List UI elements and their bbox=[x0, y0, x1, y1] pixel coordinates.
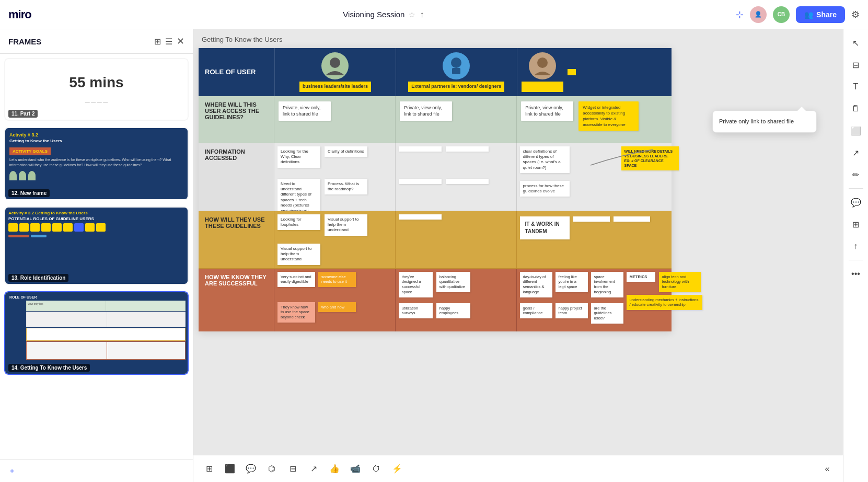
topbar: miro Visioning Session ☆ ↑ ⊹ 👤 CB 👥 Shar… bbox=[0, 0, 868, 29]
frame-item-12[interactable]: Activity # 3.2 Getting to Know the Users… bbox=[4, 127, 189, 200]
upload-icon[interactable]: ↑ bbox=[420, 10, 424, 19]
right-toolbar: ↖ ⊟ T 🗒 ⬜ ↗ ✏ 💬 ⊞ ↑ ••• bbox=[843, 29, 868, 482]
frame-item-14[interactable]: ROLE OF USER view only link bbox=[4, 291, 189, 375]
topbar-left: miro bbox=[8, 8, 31, 21]
canvas-area: Getting To Know the Users ROLE OF USER b… bbox=[193, 29, 843, 482]
timer-tool-button[interactable]: ⏱ bbox=[367, 460, 386, 478]
row-use: HOW WILL THEY USE THESE GUIDELINES Looki… bbox=[199, 211, 672, 269]
sticky-tool-button[interactable]: ⬛ bbox=[221, 460, 239, 478]
frames-list: 55 mins — — — — 11. Part 2 Activity # 3.… bbox=[0, 54, 193, 460]
board-title-text: Visioning Session bbox=[343, 10, 404, 19]
canvas-breadcrumb: Getting To Know the Users bbox=[202, 36, 282, 43]
cursor-tool[interactable]: ↖ bbox=[847, 33, 865, 52]
frame-11-label: 11. Part 2 bbox=[8, 110, 38, 118]
grid-frame-tool[interactable]: ⊞ bbox=[847, 215, 865, 234]
role-header: ROLE OF USER bbox=[199, 48, 274, 96]
lightning-tool-button[interactable]: ⚡ bbox=[388, 460, 407, 478]
cell-success-3: day-to-day of different semantics & lang… bbox=[517, 269, 672, 331]
col-header-1: business leaders/site leaders bbox=[274, 48, 396, 96]
row-success: HOW WE KNOW THEY ARE SUCCESSFUL Very suc… bbox=[199, 269, 672, 331]
frame-tool-button[interactable]: ⊞ bbox=[200, 460, 218, 478]
col-header-2: External partners ie: vendors/ designers bbox=[396, 48, 517, 96]
cell-info-1: Looking for the Why, Clear definitions C… bbox=[274, 143, 396, 211]
shape-tool[interactable]: ⬜ bbox=[847, 121, 865, 140]
cell-access-1: Private, view-only, link to shared file bbox=[274, 96, 396, 143]
like-tool-button[interactable]: 👍 bbox=[325, 460, 344, 478]
row-info-label: INFORMATION ACCESSED bbox=[199, 143, 274, 211]
svg-point-0 bbox=[330, 58, 340, 68]
collapse-toolbar-button[interactable]: « bbox=[818, 460, 837, 478]
export-tool-button[interactable]: ↗ bbox=[304, 460, 323, 478]
frames-close-button[interactable]: ✕ bbox=[177, 36, 184, 47]
frame-tool[interactable]: ⊟ bbox=[847, 55, 865, 74]
share-icon: 👥 bbox=[804, 10, 813, 19]
frames-list-view[interactable]: ☰ bbox=[165, 37, 172, 47]
row-access-label: WHERE WILL THIS USER ACCESS THE GUIDELIN… bbox=[199, 96, 274, 143]
cursor-icon: ⊹ bbox=[736, 9, 744, 20]
frame-14-label: 14. Getting To Know the Users bbox=[8, 364, 90, 372]
row-success-label: HOW WE KNOW THEY ARE SUCCESSFUL bbox=[199, 269, 274, 331]
avatar-user2: CB bbox=[773, 6, 790, 23]
row-info: INFORMATION ACCESSED Looking for the Why… bbox=[199, 143, 672, 211]
plus-icon: ＋ bbox=[8, 466, 16, 476]
cell-info-3: clear definitions of different types of … bbox=[517, 143, 672, 211]
upload-tool[interactable]: ↑ bbox=[847, 237, 865, 256]
popover: Private only link to shared file bbox=[712, 110, 817, 133]
svg-point-1 bbox=[451, 58, 461, 68]
avatar-user1: 👤 bbox=[750, 6, 767, 23]
settings-icon[interactable]: ⚙ bbox=[851, 9, 860, 20]
more-tools[interactable]: ••• bbox=[847, 265, 865, 283]
frame-13-label: 13. Role Identification bbox=[8, 274, 68, 282]
col-header-3: ⠀ bbox=[517, 48, 672, 96]
connector-tool-button[interactable]: ⌬ bbox=[262, 460, 281, 478]
frames-add-section: ＋ bbox=[0, 460, 193, 482]
frame-item-13[interactable]: Activity # 3.2 Getting to Know the Users… bbox=[4, 206, 189, 285]
row-access: WHERE WILL THIS USER ACCESS THE GUIDELIN… bbox=[199, 96, 672, 143]
share-label: Share bbox=[816, 10, 837, 19]
add-frame-button[interactable]: ＋ bbox=[8, 466, 19, 476]
svg-rect-2 bbox=[452, 68, 460, 74]
frames-header: FRAMES ⊞ ☰ ✕ bbox=[0, 29, 193, 54]
popover-text: Private only link to shared file bbox=[719, 118, 794, 124]
row-use-label: HOW WILL THEY USE THESE GUIDELINES bbox=[199, 211, 274, 269]
table-header: ROLE OF USER business leaders/site leade… bbox=[199, 48, 672, 96]
cell-use-1: Looking for loopholes Visual support to … bbox=[274, 211, 396, 269]
svg-point-3 bbox=[537, 58, 548, 68]
comment-tool-button[interactable]: 💬 bbox=[241, 460, 260, 478]
frame-12-label: 12. New frame bbox=[8, 189, 50, 197]
sticky-note-tool[interactable]: 🗒 bbox=[847, 99, 865, 118]
main-layout: FRAMES ⊞ ☰ ✕ 55 mins — — — — bbox=[0, 29, 868, 482]
frame-item-11[interactable]: 55 mins — — — — 11. Part 2 bbox=[4, 58, 189, 121]
text-tool[interactable]: T bbox=[847, 77, 865, 96]
bottom-toolbar: ⊞ ⬛ 💬 ⌬ ⊟ ↗ 👍 📹 ⏱ ⚡ « bbox=[193, 455, 843, 482]
topbar-right: ⊹ 👤 CB 👥 Share ⚙ bbox=[736, 6, 860, 23]
canvas-wrapper[interactable]: ROLE OF USER business leaders/site leade… bbox=[193, 29, 843, 482]
video-tool-button[interactable]: 📹 bbox=[346, 460, 365, 478]
cell-use-3: IT & WORK IN TANDEM bbox=[517, 211, 672, 269]
star-icon[interactable]: ☆ bbox=[409, 10, 415, 19]
frames-grid-view[interactable]: ⊞ bbox=[154, 37, 161, 47]
cell-access-3: Private, view-only, link to shared file … bbox=[517, 96, 672, 143]
comment-tool[interactable]: 💬 bbox=[847, 193, 865, 212]
pen-tool[interactable]: ✏ bbox=[847, 165, 865, 184]
cell-success-2: they've designed a successful space bala… bbox=[396, 269, 517, 331]
cell-use-2 bbox=[396, 211, 517, 269]
miro-logo: miro bbox=[8, 8, 31, 21]
frames-icons: ⊞ ☰ ✕ bbox=[154, 36, 184, 47]
board-title: Visioning Session ☆ ↑ bbox=[343, 10, 424, 19]
cell-access-2: Private, view-only, link to shared file bbox=[396, 96, 517, 143]
frames-title: FRAMES bbox=[8, 37, 150, 46]
arrow-tool[interactable]: ↗ bbox=[847, 143, 865, 162]
cell-success-1: Very succinct and easily digestible They… bbox=[274, 269, 396, 331]
grid-tool-button[interactable]: ⊟ bbox=[283, 460, 302, 478]
share-button[interactable]: 👥 Share bbox=[796, 6, 845, 23]
frames-panel: FRAMES ⊞ ☰ ✕ 55 mins — — — — bbox=[0, 29, 193, 482]
cell-info-2 bbox=[396, 143, 517, 211]
